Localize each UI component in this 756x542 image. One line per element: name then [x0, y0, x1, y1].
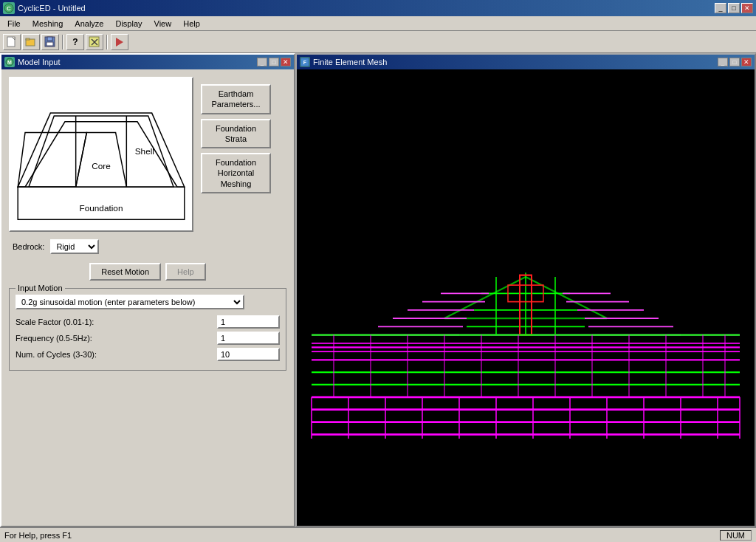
motion-select-wrapper: 0.2g sinusoidal motion (enter parameters… — [16, 295, 280, 309]
menu-view[interactable]: View — [148, 18, 178, 30]
maximize-button[interactable]: □ — [728, 3, 740, 13]
model-input-panel: M Model Input _ □ ✕ Fo — [0, 53, 295, 527]
menu-bar: File Meshing Analyze Display View Help — [0, 16, 756, 31]
diagram-buttons: Earthdam Parameters... Foundation Strata… — [201, 77, 271, 232]
reset-motion-button[interactable]: Reset Motion — [89, 263, 161, 281]
model-input-title: Model Input — [18, 58, 60, 66]
fem-icon: F — [300, 57, 310, 67]
svg-text:Core: Core — [92, 161, 111, 171]
input-motion-label: Input Motion — [16, 284, 65, 292]
model-input-maximize[interactable]: □ — [269, 58, 279, 66]
minimize-button[interactable]: _ — [715, 3, 726, 13]
menu-help[interactable]: Help — [177, 18, 206, 30]
motion-type-select[interactable]: 0.2g sinusoidal motion (enter parameters… — [16, 295, 244, 309]
toolbar-separator-2 — [106, 35, 108, 49]
toolbar: ? — [0, 31, 756, 53]
settings-button[interactable] — [86, 34, 103, 50]
main-area: M Model Input _ □ ✕ Fo — [0, 53, 756, 527]
svg-text:C: C — [7, 5, 11, 12]
model-input-icon: M — [4, 57, 15, 67]
panel-content: Foundation Core Shell — [1, 69, 294, 378]
fem-panel-buttons: _ □ ✕ — [718, 58, 752, 66]
fem-maximize[interactable]: □ — [729, 58, 740, 66]
svg-rect-6 — [47, 37, 52, 41]
fem-canvas — [297, 69, 755, 526]
app-title: CyclicED - Untitled — [18, 4, 86, 13]
menu-display[interactable]: Display — [109, 18, 148, 30]
save-button[interactable] — [41, 34, 59, 50]
svg-text:Shell: Shell — [135, 146, 154, 156]
title-bar: C CyclicED - Untitled _ □ ✕ — [0, 0, 756, 16]
status-bar: For Help, press F1 NUM — [0, 527, 756, 542]
num-cycles-row: Num. of Cycles (3-30): — [16, 348, 280, 361]
scale-factor-row: Scale Factor (0.01-1): — [16, 315, 280, 329]
dam-diagram: Foundation Core Shell — [9, 77, 193, 232]
frequency-row: Frequency (0.5-5Hz): — [16, 332, 280, 345]
title-bar-buttons: _ □ ✕ — [715, 3, 753, 13]
diagram-area: Foundation Core Shell — [9, 77, 286, 232]
menu-meshing[interactable]: Meshing — [27, 18, 69, 30]
scale-factor-label: Scale Factor (0.01-1): — [16, 318, 217, 326]
fem-close[interactable]: ✕ — [741, 58, 752, 66]
foundation-strata-button[interactable]: Foundation Strata — [201, 119, 271, 149]
app-icon: C — [3, 2, 15, 14]
fem-panel: F Finite Element Mesh _ □ ✕ — [295, 53, 756, 527]
model-input-panel-buttons: _ □ ✕ — [257, 58, 291, 66]
status-help-text: For Help, press F1 — [4, 531, 72, 540]
new-button[interactable] — [3, 34, 21, 50]
toolbar-separator-1 — [62, 35, 63, 49]
svg-text:F: F — [303, 60, 307, 65]
fem-title: Finite Element Mesh — [313, 58, 387, 66]
close-button[interactable]: ✕ — [741, 3, 753, 13]
frequency-input[interactable] — [217, 332, 280, 345]
foundation-meshing-button[interactable]: Foundation Horizontal Meshing — [201, 153, 271, 193]
model-input-title-bar: M Model Input _ □ ✕ — [1, 55, 294, 69]
input-motion-group: Input Motion 0.2g sinusoidal motion (ent… — [9, 288, 286, 371]
model-input-close[interactable]: ✕ — [281, 58, 291, 66]
open-button[interactable] — [22, 34, 40, 50]
frequency-label: Frequency (0.5-5Hz): — [16, 334, 217, 343]
svg-rect-4 — [26, 38, 30, 40]
num-indicator: NUM — [720, 530, 752, 541]
bedrock-label: Bedrock: — [13, 242, 44, 251]
bedrock-row: Bedrock: Rigid Flexible — [9, 239, 286, 254]
fem-minimize[interactable]: _ — [718, 58, 728, 66]
help-button[interactable]: ? — [66, 34, 84, 50]
scale-factor-input[interactable] — [217, 315, 280, 329]
action-row: Reset Motion Help — [9, 263, 286, 281]
num-cycles-input[interactable] — [217, 348, 280, 361]
bedrock-select[interactable]: Rigid Flexible — [50, 239, 99, 254]
svg-text:M: M — [7, 60, 12, 65]
svg-marker-11 — [116, 38, 123, 47]
svg-rect-7 — [47, 42, 53, 46]
svg-marker-16 — [76, 133, 127, 188]
svg-text:Foundation: Foundation — [80, 203, 123, 213]
fem-title-bar: F Finite Element Mesh _ □ ✕ — [297, 55, 755, 69]
menu-analyze[interactable]: Analyze — [69, 18, 109, 30]
run-button[interactable] — [111, 34, 128, 50]
num-cycles-label: Num. of Cycles (3-30): — [16, 350, 217, 359]
menu-file[interactable]: File — [1, 18, 27, 30]
earthdam-params-button[interactable]: Earthdam Parameters... — [201, 84, 271, 114]
model-input-minimize[interactable]: _ — [257, 58, 267, 66]
help-action-button[interactable]: Help — [165, 263, 206, 281]
